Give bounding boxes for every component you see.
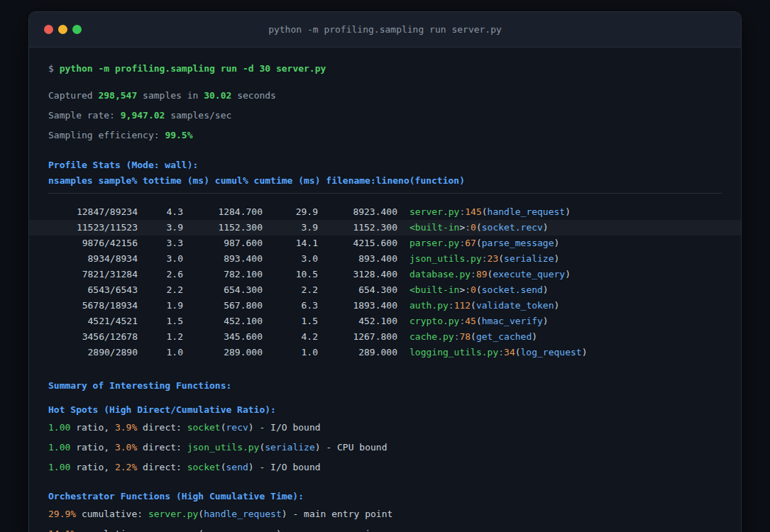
table-row: 6543/65432.2654.3002.2654.300<built-in>:… [29,282,741,298]
nsamples-value: 2890/2890 [48,345,138,360]
lineno-text: 0 [471,284,476,295]
nsamples-value: 9876/42156 [48,235,138,251]
profile-stats-heading: Profile Stats (Mode: wall): [48,158,722,172]
cumul-pct-value: 1.5 [263,314,318,329]
table-row: 12847/892344.31284.70029.98923.400server… [29,204,741,220]
cumul-pct-value: 3.9 [263,220,318,235]
tottime-value: 987.600 [183,235,263,251]
tottime-value: 567.800 [183,298,263,314]
function-location: server.py:145(handle_request) [397,206,571,217]
hot-spots-heading: Hot Spots (High Direct/Cumulative Ratio)… [48,403,722,417]
sample-rate-suffix: samples/sec [170,110,231,121]
open-paren: ( [476,316,482,326]
close-paren: ) [315,442,321,453]
lineno-text: 67 [465,238,476,248]
lineno-text: 145 [465,206,481,217]
target-text: parser.py [148,528,198,532]
filename-text: json_utils.py [409,253,482,264]
function-location: json_utils.py:23(serialize) [397,253,559,264]
function-name-text: execute_query [493,269,565,279]
open-paren: ( [471,331,476,342]
target-text: json_utils.py [187,442,260,453]
sample-rate-label: Sample rate: [48,110,115,121]
orchestrator-line: 14.1% cumulative: parser.py(parse_messag… [48,527,722,532]
ratio-label: ratio, [76,462,109,472]
cumtime-value: 1267.800 [318,329,397,345]
nsamples-value: 5678/18934 [48,298,138,314]
sample-pct-value: 2.6 [138,267,183,282]
sample-pct-value: 3.9 [138,220,183,235]
colon-separator: : [465,284,471,295]
function-location: database.py:89(execute_query) [397,269,571,279]
tottime-value: 452.100 [183,314,263,329]
lineno-text: 0 [471,222,476,233]
close-paren: ) [276,528,282,532]
direct-pct-value: 3.9% [115,422,137,433]
lineno-text: 23 [488,253,499,264]
close-paren: ) [543,284,549,295]
open-paren: ( [476,284,482,295]
open-paren: ( [198,509,204,519]
colon-separator: : [471,269,476,279]
close-paren: ) [543,222,549,233]
captured-label: Captured [48,90,93,101]
captured-samples-line: Captured 298,547 samples in 30.02 second… [48,89,722,103]
filename-text: cache.py [409,331,454,342]
filename-text: server.py [409,206,459,217]
function-location: auth.py:112(validate_token) [397,300,559,311]
table-row: 9876/421563.3987.60014.14215.600parser.p… [29,235,741,251]
captured-middle-label: samples in [143,90,198,101]
summary-heading: Summary of Interesting Functions: [48,379,722,393]
tottime-value: 289.000 [183,345,263,360]
nsamples-value: 12847/89234 [48,204,138,220]
sample-pct-value: 3.0 [138,251,183,267]
close-button[interactable] [44,25,53,34]
sample-pct-value: 3.3 [138,235,183,251]
function-name-text: socket.recv [482,222,543,233]
direct-pct-value: 3.0% [115,442,137,453]
open-paren: ( [476,222,482,233]
sample-pct-value: 1.0 [138,345,183,360]
close-paren: ) [554,238,560,248]
cumulative-pct-value: 14.1% [48,528,76,532]
orchestrators-heading: Orchestrator Functions (High Cumulative … [48,489,722,504]
filename-text: database.py [409,269,471,279]
direct-label: direct: [143,442,182,453]
tottime-value: 345.600 [183,329,263,345]
function-name-text: handle_request [488,206,566,217]
profile-table-rows: 12847/892344.31284.70029.98923.400server… [48,204,722,360]
terminal-content: $ python -m profiling.sampling run -d 30… [29,48,741,532]
lineno-text: 78 [459,331,471,342]
maximize-button[interactable] [72,25,82,34]
open-paren: ( [471,300,476,311]
cumul-pct-value: 14.1 [263,235,318,251]
cumul-pct-value: 6.3 [263,298,318,314]
command-text: python -m profiling.sampling run -d 30 s… [60,63,326,74]
bound-note-text: - CPU bound [326,442,387,453]
sampling-efficiency-line: Sampling efficiency: 99.5% [48,128,722,143]
nsamples-value: 7821/31284 [48,267,138,282]
prompt-symbol: $ [48,63,54,74]
cumtime-value: 8923.400 [318,204,397,220]
filename-text: auth.py [409,300,449,311]
cumtime-value: 1152.300 [318,220,397,235]
minimize-button[interactable] [58,25,67,34]
colon-separator: : [498,347,504,358]
hot-spot-line: 1.00 ratio, 3.0% direct: json_utils.py(s… [48,440,722,455]
bound-note-text: - I/O bound [259,462,320,472]
lineno-text: 89 [476,269,488,279]
close-paren: ) [532,331,537,342]
captured-suffix-label: seconds [237,90,276,101]
command-prompt-line: $ python -m profiling.sampling run -d 30… [48,62,722,76]
hot-spot-line: 1.00 ratio, 3.9% direct: socket(recv) - … [48,421,722,435]
table-row: 11523/115233.91152.3003.91152.300<built-… [29,220,741,235]
table-row: 4521/45211.5452.1001.5452.100crypto.py:4… [29,314,741,329]
close-paren: ) [543,316,549,326]
cumtime-value: 452.100 [318,314,397,329]
function-name-text: socket.send [482,284,543,295]
open-paren: ( [198,528,204,532]
nsamples-value: 6543/6543 [48,282,138,298]
filename-text: crypto.py [409,316,459,326]
close-paren: ) [248,462,254,472]
sample-pct-value: 1.2 [138,329,183,345]
